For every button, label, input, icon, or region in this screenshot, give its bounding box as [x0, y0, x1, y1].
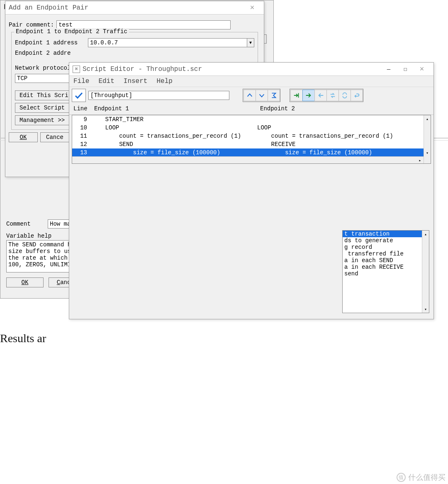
close-icon[interactable]: × [414, 65, 430, 73]
list-item[interactable]: t transaction [343, 231, 429, 237]
step-into-button[interactable] [290, 90, 303, 101]
network-protocol-combo[interactable]: TCP [15, 74, 77, 83]
endpoint1-address-combo[interactable]: 10.0.0.7 ▼ [88, 38, 254, 47]
comment-label: Comment [6, 221, 48, 227]
maximize-icon[interactable]: ☐ [397, 66, 414, 73]
management-button[interactable]: Management >> [15, 115, 77, 125]
window-title: Script Editor - Throughput.scr [83, 66, 202, 73]
script-line[interactable]: 12 SEND RECEIVE [72, 140, 431, 148]
sigma-button[interactable] [268, 90, 280, 101]
arrow-right-icon [305, 92, 312, 99]
minimize-icon[interactable]: — [380, 66, 397, 73]
menu-help[interactable]: Help [156, 78, 172, 85]
menu-file[interactable]: File [73, 78, 89, 85]
list-item[interactable]: send [343, 270, 429, 277]
list-item[interactable]: g record [343, 244, 429, 251]
script-lines-list[interactable]: 9 START_TIMER10 LOOPLOOP11 count = trans… [72, 115, 431, 164]
script-name-input[interactable] [88, 91, 229, 100]
menu-insert[interactable]: Insert [124, 78, 148, 85]
column-endpoint2-header: Endpoint 2 [260, 105, 429, 112]
background-results-text: Results ar [0, 332, 46, 345]
arrows-loop-icon [341, 92, 348, 99]
endpoint2-address-label: Endpoint 2 addre [15, 50, 85, 56]
arrow-return-icon [353, 92, 360, 99]
check-icon [74, 90, 84, 100]
list-item[interactable]: transferred file [343, 251, 429, 257]
ok-button[interactable]: OK [6, 277, 44, 287]
variable-description-list[interactable]: t transactionds to generateg record tran… [342, 230, 429, 313]
sigma-icon [270, 92, 278, 99]
arrow-button-group [290, 89, 363, 102]
vertical-scrollbar[interactable]: ▴▾ [422, 231, 429, 313]
chevron-up-icon [246, 92, 253, 99]
swap-button[interactable] [326, 90, 339, 101]
column-line-header: Line [73, 105, 94, 112]
arrow-right-bar-icon [293, 92, 300, 99]
menu-edit[interactable]: Edit [98, 78, 114, 85]
close-icon[interactable]: × [244, 3, 261, 12]
vertical-scrollbar[interactable]: ▴▾ [424, 115, 431, 163]
arrows-swap-icon [329, 92, 336, 99]
move-up-button[interactable] [243, 90, 256, 101]
script-editor-window: ⌘ Script Editor - Throughput.scr — ☐ × F… [69, 62, 434, 319]
move-down-button[interactable] [256, 90, 268, 101]
dialog-title: Add an Endpoint Pair [9, 4, 88, 12]
horizontal-scrollbar[interactable]: ▸ [72, 156, 424, 163]
chevron-down-icon[interactable]: ▼ [247, 39, 254, 47]
script-line[interactable]: 13 size = file_size (100000) size = file… [72, 148, 431, 157]
arrow-left-icon [317, 92, 324, 99]
column-endpoint1-header: Endpoint 1 [94, 105, 260, 112]
loop-button[interactable] [338, 90, 351, 101]
network-protocol-value: TCP [17, 75, 27, 82]
list-item[interactable]: ds to generate [343, 237, 429, 244]
watermark: 值 什么值得买 [397, 472, 446, 482]
return-button[interactable] [351, 90, 363, 101]
nav-button-group [243, 89, 280, 102]
apply-check-button[interactable] [72, 89, 86, 102]
step-forward-button[interactable] [302, 90, 315, 101]
chevron-down-icon [258, 92, 265, 99]
endpoint1-address-value: 10.0.0.7 [90, 39, 118, 46]
script-line[interactable]: 9 START_TIMER [72, 115, 431, 124]
traffic-group-label: Endpoint 1 to Endpoint 2 Traffic [14, 28, 129, 35]
select-script-button[interactable]: Select Script [15, 103, 77, 113]
script-line[interactable]: 10 LOOPLOOP [72, 124, 431, 132]
pair-comment-label: Pair comment: [9, 22, 54, 28]
edit-script-button[interactable]: Edit This Scri [15, 90, 77, 100]
endpoint1-address-label: Endpoint 1 address [15, 39, 85, 46]
list-item[interactable]: a in each RECEIVE [343, 264, 429, 270]
app-icon: ⌘ [73, 66, 80, 73]
watermark-badge-icon: 值 [397, 473, 406, 482]
script-line[interactable]: 11 count = transactions_per_record (1) c… [72, 132, 431, 140]
step-back-button[interactable] [314, 90, 327, 101]
cancel-button[interactable]: Cance [40, 132, 69, 142]
list-item[interactable]: a in each SEND [343, 257, 429, 264]
ok-button[interactable]: OK [9, 132, 38, 142]
